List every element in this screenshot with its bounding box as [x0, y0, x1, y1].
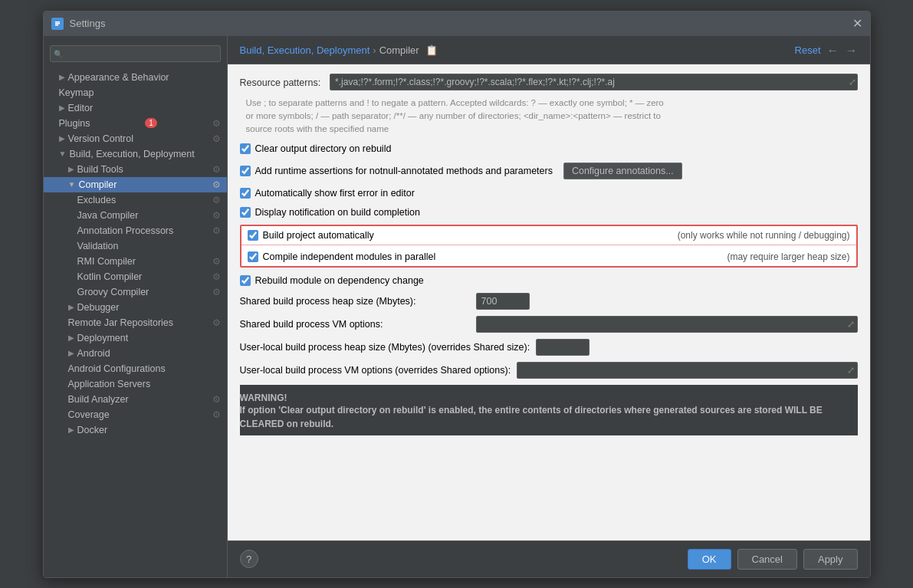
- sidebar-item-deployment[interactable]: ▶ Deployment: [44, 330, 227, 346]
- settings-gear-icon: ⚙: [212, 210, 221, 221]
- shared-vm-row: Shared build process VM options: ⤢: [240, 316, 858, 333]
- compile-parallel-checkbox[interactable]: [248, 251, 258, 262]
- user-heap-label: User-local build process heap size (Mbyt…: [240, 342, 530, 353]
- sidebar-item-build-analyzer[interactable]: Build Analyzer ⚙: [44, 392, 227, 407]
- title-bar-left: Settings: [51, 18, 106, 30]
- warning-text-content: If option 'Clear output directory on reb…: [240, 405, 823, 429]
- settings-gear-icon: ⚙: [212, 179, 221, 190]
- breadcrumb-icon: 📋: [425, 44, 438, 56]
- search-wrapper: [50, 45, 221, 62]
- expand-user-vm-icon[interactable]: ⤢: [847, 365, 855, 376]
- sidebar-item-validation[interactable]: Validation: [44, 238, 227, 254]
- sidebar-item-coverage[interactable]: Coverage ⚙: [44, 407, 227, 422]
- build-auto-checkbox[interactable]: [248, 230, 258, 241]
- build-auto-hint: (only works while not running / debuggin…: [678, 230, 850, 241]
- rebuild-module-label: Rebuild module on dependency change: [255, 275, 424, 286]
- user-vm-row: User-local build process VM options (ove…: [240, 362, 858, 379]
- sidebar-item-android-configs[interactable]: Android Configurations: [44, 361, 227, 376]
- shared-heap-row: Shared build process heap size (Mbytes):: [240, 293, 858, 310]
- sidebar-item-label: Validation: [77, 241, 119, 251]
- sidebar-item-debugger[interactable]: ▶ Debugger: [44, 300, 227, 315]
- rebuild-module-row: Rebuild module on dependency change: [240, 274, 858, 287]
- sidebar-item-groovy[interactable]: Groovy Compiler ⚙: [44, 284, 227, 300]
- sidebar-item-appearance[interactable]: ▶ Appearance & Behavior: [44, 70, 227, 85]
- sidebar-item-docker[interactable]: ▶ Docker: [44, 422, 227, 438]
- svg-rect-2: [55, 21, 60, 23]
- breadcrumb-parent[interactable]: Build, Execution, Deployment: [240, 44, 370, 56]
- arrow-icon: ▶: [68, 303, 74, 311]
- arrow-icon: ▶: [68, 349, 74, 357]
- sidebar-item-compiler[interactable]: ▼ Compiler ⚙: [44, 177, 227, 192]
- highlighted-block: Build project automatically (only works …: [240, 225, 858, 268]
- sidebar-item-versioncontrol[interactable]: ▶ Version Control ⚙: [44, 131, 227, 146]
- nav-prev-button[interactable]: ←: [827, 44, 839, 57]
- shared-vm-wrap: ⤢: [476, 316, 858, 333]
- sidebar-item-label: Groovy Compiler: [77, 287, 149, 297]
- header-actions: Reset ← →: [795, 44, 858, 57]
- sidebar-item-build-tools[interactable]: ▶ Build Tools ⚙: [44, 162, 227, 177]
- user-heap-input[interactable]: [536, 339, 590, 356]
- ok-button[interactable]: OK: [688, 549, 731, 570]
- arrow-icon: ▶: [68, 425, 74, 434]
- reset-button[interactable]: Reset: [795, 44, 821, 56]
- rebuild-module-checkbox[interactable]: [240, 275, 251, 286]
- configure-annotations-button[interactable]: Configure annotations...: [563, 163, 682, 179]
- auto-show-error-checkbox[interactable]: [240, 188, 251, 199]
- sidebar-item-rmi[interactable]: RMI Compiler ⚙: [44, 254, 227, 269]
- resource-input-wrap: ⤢: [330, 74, 857, 90]
- nav-next-button[interactable]: →: [846, 44, 858, 57]
- breadcrumb-current: Compiler: [379, 44, 419, 56]
- sidebar-item-label: Remote Jar Repositories: [68, 317, 174, 328]
- search-input[interactable]: [50, 45, 221, 62]
- sidebar-item-editor[interactable]: ▶ Editor: [44, 100, 227, 116]
- footer: ? OK Cancel Apply: [228, 540, 870, 577]
- user-vm-wrap: ⤢: [517, 362, 857, 379]
- sidebar-item-java-compiler[interactable]: Java Compiler ⚙: [44, 208, 227, 223]
- sidebar-item-annotation[interactable]: Annotation Processors ⚙: [44, 223, 227, 238]
- resource-patterns-label: Resource patterns:: [240, 75, 321, 88]
- sidebar-item-app-servers[interactable]: Application Servers: [44, 376, 227, 392]
- hint-line3: source roots with the specified name: [246, 124, 389, 133]
- sidebar-item-label: Appearance & Behavior: [68, 72, 169, 83]
- close-button[interactable]: ✕: [852, 18, 862, 30]
- user-vm-input[interactable]: [517, 362, 857, 379]
- sidebar-item-label: Build Tools: [77, 164, 123, 175]
- sidebar-item-label: Coverage: [68, 409, 110, 420]
- help-button[interactable]: ?: [240, 550, 258, 568]
- resource-patterns-row: Resource patterns: ⤢: [240, 74, 858, 90]
- sidebar-item-kotlin[interactable]: Kotlin Compiler ⚙: [44, 269, 227, 284]
- sidebar-item-label: Editor: [68, 103, 94, 113]
- settings-gear-icon: ⚙: [212, 394, 221, 405]
- sidebar-item-label: Version Control: [68, 133, 133, 144]
- settings-dialog: Settings ✕ ▶ Appearance & Behavior Keyma…: [43, 11, 871, 578]
- display-notification-checkbox[interactable]: [240, 207, 251, 218]
- resource-patterns-input[interactable]: [330, 74, 857, 90]
- runtime-assertions-row: Add runtime assertions for notnull-annot…: [240, 161, 858, 181]
- sidebar-item-excludes[interactable]: Excludes ⚙: [44, 192, 227, 208]
- sidebar-item-keymap[interactable]: Keymap: [44, 85, 227, 100]
- compile-parallel-hint: (may require larger heap size): [727, 251, 849, 262]
- settings-gear-icon: ⚙: [212, 271, 221, 282]
- shared-vm-label: Shared build process VM options:: [240, 319, 470, 330]
- warning-box: WARNING! If option 'Clear output directo…: [240, 385, 858, 435]
- compile-parallel-row: Compile independent modules in parallel …: [241, 248, 856, 266]
- cancel-button[interactable]: Cancel: [737, 549, 797, 570]
- apply-button[interactable]: Apply: [803, 549, 858, 570]
- runtime-assertions-checkbox[interactable]: [240, 166, 251, 176]
- shared-vm-input[interactable]: [476, 316, 858, 333]
- hint-text: Use ; to separate patterns and ! to nega…: [246, 97, 858, 136]
- settings-gear-icon: ⚙: [212, 256, 221, 267]
- clear-output-checkbox[interactable]: [240, 143, 251, 154]
- arrow-icon: ▶: [59, 73, 65, 81]
- svg-rect-1: [55, 23, 60, 25]
- hint-line1: Use ; to separate patterns and ! to nega…: [246, 98, 664, 107]
- breadcrumb-separator: ›: [373, 44, 376, 56]
- sidebar-item-android[interactable]: ▶ Android: [44, 346, 227, 361]
- settings-gear-icon: ⚙: [212, 225, 221, 236]
- expand-icon[interactable]: ⤢: [849, 77, 856, 87]
- shared-heap-input[interactable]: [476, 293, 530, 310]
- sidebar-item-remote-jar[interactable]: Remote Jar Repositories ⚙: [44, 315, 227, 330]
- expand-vm-icon[interactable]: ⤢: [847, 319, 855, 330]
- sidebar-item-build-exec[interactable]: ▼ Build, Execution, Deployment: [44, 146, 227, 162]
- sidebar-item-plugins[interactable]: Plugins 1 ⚙: [44, 116, 227, 131]
